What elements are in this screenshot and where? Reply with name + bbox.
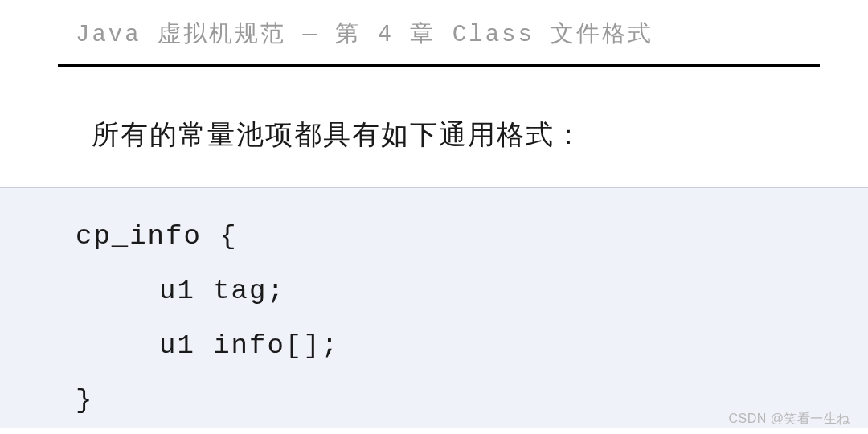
page-header: Java 虚拟机规范 — 第 4 章 Class 文件格式 — [0, 0, 868, 64]
code-line-field-tag: u1 tag; — [76, 264, 868, 318]
code-line-field-info: u1 info[]; — [76, 318, 868, 373]
code-block: cp_info { u1 tag; u1 info[]; } — [0, 187, 868, 428]
header-title: Java 虚拟机规范 — 第 4 章 Class 文件格式 — [76, 22, 653, 48]
watermark-text: CSDN @笑看一生ね — [728, 411, 850, 428]
description-text: 所有的常量池项都具有如下通用格式： — [0, 67, 868, 154]
code-line-open: cp_info { — [76, 209, 868, 264]
